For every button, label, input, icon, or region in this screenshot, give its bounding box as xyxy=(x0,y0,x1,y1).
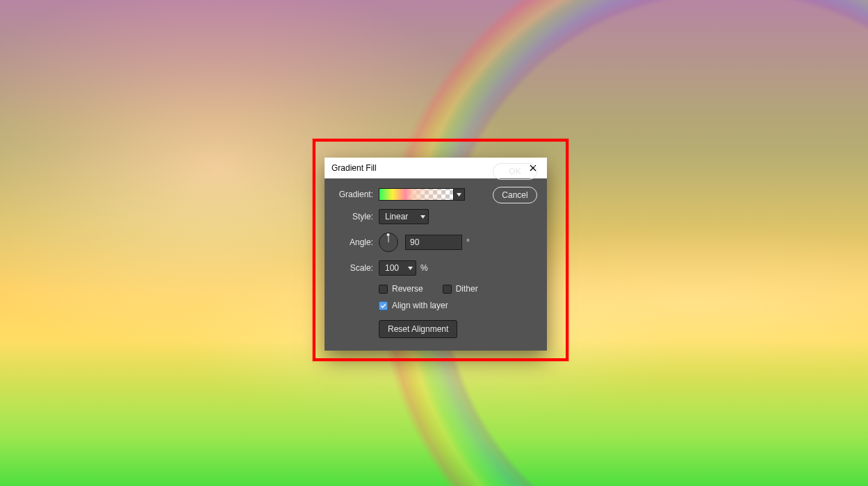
style-row: Style: Linear xyxy=(334,209,537,224)
align-row: Align with layer xyxy=(379,301,537,310)
reverse-label: Reverse xyxy=(392,284,423,294)
style-label: Style: xyxy=(334,212,373,221)
chevron-down-icon xyxy=(420,215,425,219)
chevron-down-icon xyxy=(408,267,413,270)
scale-unit: % xyxy=(420,263,428,273)
angle-row: Angle: ° xyxy=(334,233,537,252)
angle-unit: ° xyxy=(466,237,470,247)
reverse-checkbox[interactable]: Reverse xyxy=(379,284,423,294)
dialog-title: Gradient Fill xyxy=(331,163,377,173)
dither-checkbox[interactable]: Dither xyxy=(443,284,478,294)
reset-alignment-button[interactable]: Reset Alignment xyxy=(379,320,457,338)
scale-label: Scale: xyxy=(334,263,373,273)
scale-row: Scale: 100 % xyxy=(334,260,537,276)
scale-select[interactable]: 100 xyxy=(379,260,416,276)
canvas-background: Gradient Fill OK Cancel Gradient: Style: xyxy=(0,0,868,486)
dither-label: Dither xyxy=(456,284,478,294)
align-label: Align with layer xyxy=(392,301,448,310)
gradient-swatch[interactable] xyxy=(379,188,454,201)
dialog-body: OK Cancel Gradient: Style: Linear xyxy=(325,178,547,351)
angle-label: Angle: xyxy=(334,237,373,247)
align-with-layer-checkbox[interactable]: Align with layer xyxy=(379,301,537,310)
reverse-dither-row: Reverse Dither xyxy=(379,284,537,294)
gradient-label: Gradient: xyxy=(334,190,373,199)
gradient-dropdown[interactable] xyxy=(454,188,465,201)
angle-input[interactable] xyxy=(405,235,462,250)
gradient-fill-dialog: Gradient Fill OK Cancel Gradient: Style: xyxy=(325,158,547,351)
angle-dial[interactable] xyxy=(379,233,398,252)
gradient-row: Gradient: xyxy=(334,188,537,201)
scale-value: 100 xyxy=(385,263,399,273)
ok-button[interactable]: OK xyxy=(493,163,537,180)
style-value: Linear xyxy=(385,212,408,221)
style-select[interactable]: Linear xyxy=(379,209,429,224)
